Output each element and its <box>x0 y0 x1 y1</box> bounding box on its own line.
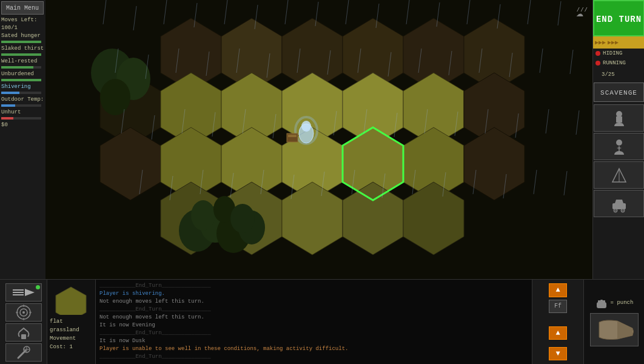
moves-value: 100/1 <box>1 24 45 32</box>
money-label: $0 <box>1 121 45 129</box>
movement-mode-button[interactable] <box>5 283 42 302</box>
svg-rect-130 <box>600 300 603 303</box>
unhurt-label: Unhurt <box>1 109 45 116</box>
log-line-0: ___________End_Turn_______________ <box>99 282 528 290</box>
font-button[interactable]: Ff <box>549 300 567 314</box>
hiding-label: HIDING <box>603 50 622 56</box>
hiding-dot <box>595 51 600 56</box>
svg-point-35 <box>100 79 130 115</box>
running-label: RUNNING <box>603 60 626 66</box>
svg-rect-105 <box>616 116 622 123</box>
inventory-area: = punch <box>583 280 644 364</box>
log-line-8: Player is unable to see well in these co… <box>99 345 528 353</box>
shivering-bar <box>1 92 41 94</box>
svg-rect-110 <box>612 203 626 209</box>
item-slot[interactable] <box>590 313 639 346</box>
left-actions <box>0 280 47 364</box>
svg-point-32 <box>230 204 255 233</box>
punch-label: = punch <box>611 300 634 306</box>
hiding-toggle[interactable]: HIDING <box>593 49 644 58</box>
hex-grid[interactable] <box>45 0 597 279</box>
svg-rect-41 <box>288 135 297 137</box>
left-sidebar: Main Menu Moves Left: 100/1 Sated hunger… <box>0 0 47 279</box>
log-controls: ▲ Ff ▲ ▼ <box>532 280 583 364</box>
log-area: ___________End_Turn_______________ Playe… <box>96 280 532 364</box>
svg-rect-129 <box>598 300 600 304</box>
outdoor-temp-bar <box>1 104 41 107</box>
log-line-6: ___________End_Turn_______________ <box>99 329 528 337</box>
svg-point-113 <box>621 209 625 212</box>
health-bar <box>1 117 41 120</box>
scroll-up-button[interactable]: ▲ <box>549 283 567 297</box>
svg-point-30 <box>191 200 215 231</box>
scroll-down-button-1[interactable]: ▲ <box>549 326 567 340</box>
terrain-info: flat grassland Movement Cost: 1 <box>47 280 96 364</box>
game-area <box>45 0 597 279</box>
svg-point-106 <box>616 140 622 146</box>
svg-marker-111 <box>615 200 623 203</box>
svg-point-112 <box>614 209 617 212</box>
thirst-label: Slaked thirst <box>1 45 45 53</box>
shivering-label: Shivering <box>1 83 45 91</box>
camp-button[interactable] <box>594 161 644 189</box>
hunger-label: Sated hunger <box>1 32 45 40</box>
vehicle-button[interactable] <box>594 190 644 217</box>
right-sidebar: END TURN HIDING RUNNING 3/25 SCAVENGE <box>592 0 644 279</box>
log-line-7: It is now Dusk <box>99 337 528 345</box>
terrain-movement-cost: Movement Cost: 1 <box>50 334 93 351</box>
svg-marker-127 <box>56 287 86 315</box>
running-dot <box>595 61 600 66</box>
moves-label: Moves Left: <box>1 16 45 24</box>
running-toggle[interactable]: RUNNING <box>593 58 644 68</box>
hunger-bar <box>1 41 41 43</box>
log-line-3: ___________End_Turn_______________ <box>99 306 528 314</box>
running-value: 3/25 <box>602 72 615 78</box>
log-line-5: It is now Evening <box>99 322 528 329</box>
log-line-2: Not enough moves left this turn. <box>99 298 528 306</box>
outdoor-temp-label: Outdoor Temp: <box>1 96 45 104</box>
player-status-button[interactable] <box>594 104 644 132</box>
log-line-4: Not enough moves left this turn. <box>99 314 528 322</box>
scroll-down-button-2[interactable]: ▼ <box>549 347 567 361</box>
tools-button[interactable] <box>5 343 42 362</box>
arrow-bar-top <box>593 36 644 49</box>
svg-marker-117 <box>25 289 35 296</box>
svg-point-104 <box>616 111 622 117</box>
svg-point-120 <box>22 311 25 314</box>
svg-rect-125 <box>21 334 26 339</box>
rest-bar <box>1 66 41 69</box>
burden-label: Unburdened <box>1 70 45 78</box>
svg-point-38 <box>301 121 311 132</box>
strength-button[interactable] <box>5 323 42 342</box>
svg-rect-131 <box>603 300 605 303</box>
log-line-9: ___________End_Turn_______________ <box>99 353 528 361</box>
thirst-bar <box>1 53 41 56</box>
end-turn-button[interactable]: END TURN <box>593 0 644 36</box>
log-line-1: Player is shivering. <box>99 290 528 298</box>
medical-button[interactable] <box>594 133 644 160</box>
scavenge-button[interactable]: SCAVENGE <box>594 83 644 102</box>
target-mode-button[interactable] <box>5 303 42 322</box>
bottom-area: flat grassland Movement Cost: 1 ________… <box>0 279 644 364</box>
terrain-name: flat grassland <box>50 317 93 334</box>
rain-indicator: /// <box>577 7 588 13</box>
main-menu-button[interactable]: Main Menu <box>1 1 44 15</box>
rest-label: Well-rested <box>1 58 45 66</box>
burden-bar <box>1 79 41 81</box>
